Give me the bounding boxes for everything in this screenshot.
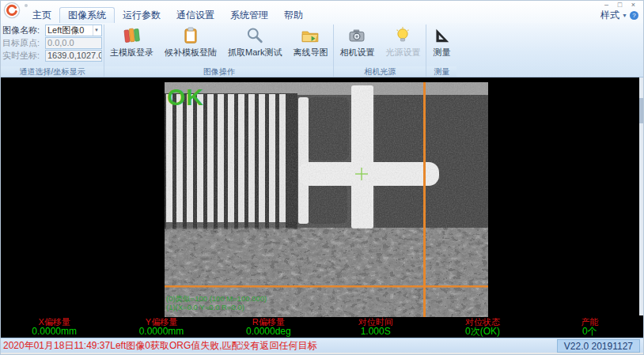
status-bar: 2020年01月18日11:49:37Left图像0获取ORG值失败,匹配没有返… (1, 338, 643, 353)
magnifier-icon (245, 26, 264, 45)
align-time-cell: 对位时间 1.000S (322, 317, 429, 338)
tab-system-mgmt[interactable]: 系统管理 (222, 8, 276, 23)
realtime-coord-label: 实时坐标: (2, 50, 45, 62)
grab-mark-test-button[interactable]: 抓取Mark测试 (222, 23, 287, 66)
group-camera-light: 相机设置 光源设置 相机光源 (334, 23, 426, 77)
measurement-panel: X偏移量 0.0000mm Y偏移量 0.0000mm R偏移量 0.0000d… (1, 315, 643, 338)
master-template-login-button[interactable]: 主模版登录 (104, 23, 159, 66)
x-offset-value: 0.0000mm (1, 327, 108, 337)
result-ok-label: OK (167, 84, 204, 110)
set-square-icon (432, 26, 451, 45)
measure-button[interactable]: 测量 (426, 23, 456, 66)
align-status-value: 0次(OK) (429, 327, 536, 337)
throughput-cell: 产能 0个 (536, 317, 643, 338)
group-footer-camera-light: 相机光源 (334, 66, 426, 77)
ribbon: 图像名称: Left图像0 ▼ 目标原点: 0.0,0.0 实时坐标: 1639… (1, 23, 643, 77)
books-icon (123, 26, 142, 45)
vertical-scrollbar[interactable] (639, 77, 643, 316)
match-offset-overlay: (1)(X=0.0 Y=0.0 R=0.0) (166, 303, 244, 312)
bulb-icon (393, 26, 412, 45)
alignment-crosshair-vertical (423, 82, 426, 317)
group-footer-channel: 通道选择/坐标显示 (1, 66, 104, 77)
titlebar: – □ × 主页 图像系统 运行参数 通信设置 系统管理 帮助 样式 ▼ ? (1, 1, 643, 23)
menu-bar: 主页 图像系统 运行参数 通信设置 系统管理 帮助 (25, 10, 643, 23)
offline-map-button[interactable]: 离线导图 (287, 23, 333, 66)
r-offset-cell: R偏移量 0.0000deg (215, 317, 322, 338)
target-origin-label: 目标原点: (2, 37, 45, 49)
throughput-value: 0个 (536, 327, 643, 337)
app-logo-icon[interactable] (3, 2, 21, 19)
x-offset-cell: X偏移量 0.0000mm (1, 317, 108, 338)
window-bottom-edge (1, 353, 643, 354)
group-image-ops: 主模版登录 候补模板登陆 抓取Mark测试 (104, 23, 333, 77)
align-status-cell: 对位状态 0次(OK) (429, 317, 536, 338)
style-dropdown-caret-icon[interactable]: ▼ (622, 13, 627, 18)
group-footer-measure: 测量 (426, 66, 456, 77)
camera-image: OK (0)类似=100 (100 M=100.000) (1)(X=0.0 Y… (165, 82, 488, 317)
tab-home[interactable]: 主页 (25, 8, 59, 23)
realtime-coord-field[interactable]: 1639.0,1027.0 (45, 50, 102, 62)
y-offset-cell: Y偏移量 0.0000mm (108, 317, 214, 338)
chevron-down-icon[interactable]: ▼ (93, 25, 100, 36)
r-offset-value: 0.0000deg (215, 327, 322, 337)
alignment-crosshair-horizontal (165, 285, 488, 288)
group-measure: 测量 测量 (426, 23, 456, 77)
tab-run-params[interactable]: 运行参数 (115, 8, 169, 23)
image-name-combo[interactable]: Left图像0 ▼ (45, 25, 102, 36)
quick-access-dot (25, 4, 28, 7)
group-channel-select: 图像名称: Left图像0 ▼ 目标原点: 0.0,0.0 实时坐标: 1639… (1, 23, 104, 77)
clipboard-icon (181, 26, 200, 45)
y-offset-value: 0.0000mm (108, 327, 214, 337)
backup-template-login-button[interactable]: 候补模板登陆 (159, 23, 222, 66)
target-origin-field[interactable]: 0.0,0.0 (45, 37, 102, 49)
camera-settings-button[interactable]: 相机设置 (334, 23, 380, 66)
app-window: – □ × 主页 图像系统 运行参数 通信设置 系统管理 帮助 样式 ▼ ? 图… (0, 0, 644, 355)
tab-comm-settings[interactable]: 通信设置 (169, 8, 222, 23)
scrollbar-thumb[interactable] (639, 98, 643, 123)
camera-image-viewer[interactable]: OK (0)类似=100 (100 M=100.000) (1)(X=0.0 Y… (1, 77, 643, 316)
light-settings-button[interactable]: 光源设置 (380, 23, 426, 66)
match-score-overlay: (0)类似=100 (100 M=100.000) (166, 294, 267, 303)
tab-image-system[interactable]: 图像系统 (59, 7, 115, 23)
status-message: 2020年01月18日11:49:37Left图像0获取ORG值失败,匹配没有返… (1, 339, 557, 353)
image-name-label: 图像名称: (2, 25, 45, 36)
align-time-value: 1.000S (322, 327, 429, 337)
ribbon-empty-area (456, 23, 643, 77)
version-badge: V22.0 20191127 (557, 339, 640, 353)
tab-help[interactable]: 帮助 (276, 8, 311, 23)
help-icon[interactable]: ? (630, 11, 638, 20)
group-footer-image-ops: 图像操作 (104, 66, 333, 77)
camera-icon (347, 26, 366, 45)
folder-export-icon (301, 26, 320, 45)
style-button[interactable]: 样式 (600, 9, 619, 22)
